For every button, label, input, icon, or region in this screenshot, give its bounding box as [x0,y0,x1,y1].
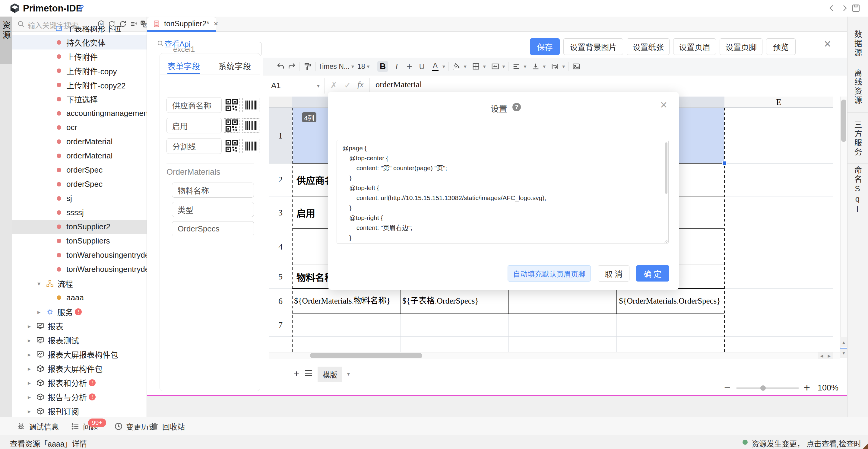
tree-item-报刊订阅[interactable]: ▸报刊订阅 [12,404,147,417]
row-header-2[interactable]: 2 [269,175,292,184]
row-header-3[interactable]: 3 [269,208,292,217]
tree-item-上传附件-copy[interactable]: 上传附件-copy [12,64,147,78]
cell-c6[interactable]: ${OrderMaterials.OrderSpecs} [619,289,724,313]
cell-b6[interactable]: ${子表格.OrderSpecs} [402,289,508,313]
zoom-in-icon[interactable]: + [804,381,810,394]
tree-item-ssssj[interactable]: ssssj [12,206,147,220]
tree-item-tonSupplier2[interactable]: tonSupplier2 [12,220,147,234]
vertical-scrollbar-thumb[interactable] [841,99,846,142]
tree-item-tonWarehousingentrydetails[interactable]: tonWarehousingentrydetails [12,248,147,262]
qrcode-icon[interactable] [224,98,240,112]
save-button[interactable]: 保存 [530,38,560,55]
vertical-align-icon[interactable] [530,61,541,72]
help-icon[interactable]: ? [513,103,521,111]
activity-tab-resources[interactable]: 资源 [0,17,12,64]
tab-tonsupplier2[interactable]: tonSupplier2* × [147,17,216,30]
editor-scrollbar-thumb[interactable] [665,143,668,194]
autofill-header-footer-button[interactable]: 自动填充默认页眉页脚 [507,265,591,281]
chevron-down-icon[interactable]: ▼ [523,64,527,69]
undo-icon[interactable] [275,61,286,72]
tree-item-服务[interactable]: ▸服务! [12,305,147,319]
font-family-select[interactable]: Times N...▼ [318,62,358,70]
sheet-list-icon[interactable] [305,370,312,376]
change-history-button[interactable]: 变更历史 [114,421,156,432]
row-header-7[interactable]: 7 [269,320,292,330]
set-header-button[interactable]: 设置页眉 [673,38,716,55]
fill-color-icon[interactable] [451,61,462,72]
row-header-4[interactable]: 4 [269,242,292,252]
chevron-down-icon[interactable]: ▼ [482,64,487,69]
debug-info-button[interactable]: 调试信息 [17,421,59,432]
font-color-icon[interactable]: A [430,61,441,72]
format-painter-icon[interactable] [302,61,313,72]
tree-item-报告与分析[interactable]: ▸报告与分析! [12,390,147,404]
status-left-text[interactable]: 查看资源「aaaa」详情 [10,438,87,449]
tree-item-报表大屏报表构件包[interactable]: ▸报表大屏报表构件包 [12,347,147,361]
tree-item-orderSpec[interactable]: orderSpec [12,163,147,177]
column-header-e[interactable]: E [724,96,833,108]
sidebar-tab-datasource[interactable]: 数据源 [847,24,868,63]
tree-item-报表测试[interactable]: ▸报表测试 [12,333,147,347]
row-header-6[interactable]: 6 [269,296,292,306]
zoom-out-icon[interactable]: − [724,381,731,394]
sidebar-tab-offline-resources[interactable]: 离线资源 [847,62,868,112]
field-chip-type[interactable]: 类型 [172,202,254,217]
field-chip-divider[interactable]: 分割线 [166,138,222,154]
cell-a6[interactable]: ${OrderMaterials.物料名称} [294,289,400,313]
modal-close-icon[interactable]: × [660,98,667,112]
formula-confirm-icon[interactable]: ✓ [344,80,351,90]
formula-cancel-icon[interactable]: ✗ [330,80,337,90]
field-chip-material-name[interactable]: 物料名称 [172,183,254,198]
field-chip-supplier-name[interactable]: 供应商名称 [166,97,222,113]
link-icon[interactable] [76,4,85,14]
nav-forward-icon[interactable] [840,4,849,13]
tree-item-orderSpec[interactable]: orderSpec [12,177,147,191]
tree-item-子表格树形下拉[interactable]: 子表格树形下拉 [12,26,147,35]
nav-back-icon[interactable] [828,4,836,13]
merge-cells-icon[interactable] [490,61,501,72]
editor-close-icon[interactable]: × [824,37,831,51]
sheet-tab-template[interactable]: 模版 [318,367,342,382]
tree-item-tonSuppliers[interactable]: tonSuppliers [12,234,147,248]
cancel-button[interactable]: 取 消 [598,265,629,281]
underline-icon[interactable]: U [416,61,427,72]
chevron-down-icon[interactable]: ▼ [316,83,320,88]
horizontal-scrollbar-thumb[interactable] [310,353,422,358]
horizontal-align-icon[interactable] [511,61,522,72]
tree-item-orderMaterial[interactable]: orderMaterial [12,149,147,163]
chevron-right-icon[interactable]: ▸ [28,393,36,401]
cell-reference[interactable]: A1 [271,81,281,90]
sidebar-tab-named-sql[interactable]: 命名Sql [847,166,868,215]
tree-item-sj[interactable]: sj [12,191,147,206]
redo-icon[interactable] [286,61,297,72]
chevron-down-icon[interactable]: ▼ [463,64,467,69]
scroll-right-button[interactable]: ▶ [826,353,833,359]
corner-cell[interactable] [269,96,292,108]
chevron-right-icon[interactable]: ▸ [28,365,36,372]
view-api-link[interactable]: 查看Api [164,38,190,49]
fx-icon[interactable]: fx [358,80,364,89]
qrcode-icon[interactable] [224,118,240,133]
set-background-image-button[interactable]: 设置背景图片 [563,38,623,55]
tab-form-fields[interactable]: 表单字段 [167,60,200,72]
ok-button[interactable]: 确 定 [636,265,669,281]
tree-item-报表大屏构件包[interactable]: ▸报表大屏构件包 [12,361,147,376]
selection-fill-handle[interactable] [722,161,727,166]
set-footer-button[interactable]: 设置页脚 [720,38,763,55]
barcode-icon[interactable] [243,139,259,153]
scroll-down-button[interactable]: ▼ [840,348,847,358]
tree-item-报表和分析[interactable]: ▸报表和分析! [12,376,147,390]
tree-item-持久化实体[interactable]: 持久化实体 [12,35,147,50]
scroll-up-button[interactable]: ▲ [840,337,847,347]
formula-value[interactable]: orderMaterial [375,80,422,89]
chevron-right-icon[interactable]: ▸ [28,337,36,344]
chevron-right-icon[interactable]: ▸ [28,379,36,387]
tree-item-tonWarehousingentrydetails[interactable]: tonWarehousingentrydetails [12,262,147,276]
chevron-down-icon[interactable]: ▾ [37,280,45,287]
textarea-resize-handle[interactable] [663,238,668,243]
tree-item-流程[interactable]: ▾流程 [12,276,147,291]
zoom-slider-thumb[interactable] [760,385,766,391]
chevron-down-icon[interactable]: ▼ [542,64,547,69]
chevron-down-icon[interactable]: ▼ [501,64,506,69]
bold-icon[interactable]: B [377,61,388,72]
